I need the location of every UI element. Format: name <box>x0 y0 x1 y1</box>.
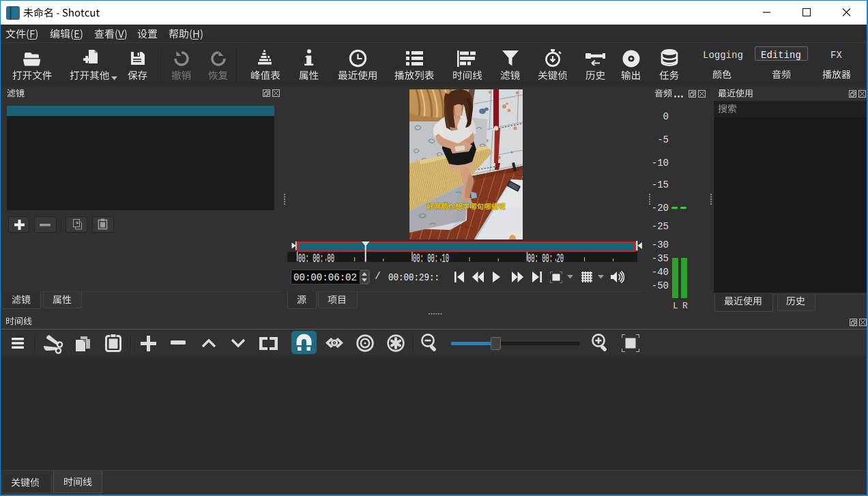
svg-text:00:00:06:02: 00:00:06:02 <box>293 272 357 284</box>
svg-text:00: 00: 00: 00: 00: 00 <box>298 252 334 263</box>
svg-text:00: 00: 10: 00: 00: 10 <box>413 252 449 263</box>
svg-text:00: 00: 20: 00: 00: 20 <box>527 252 564 263</box>
svg-text:00:00:29::: 00:00:29:: <box>388 272 439 284</box>
